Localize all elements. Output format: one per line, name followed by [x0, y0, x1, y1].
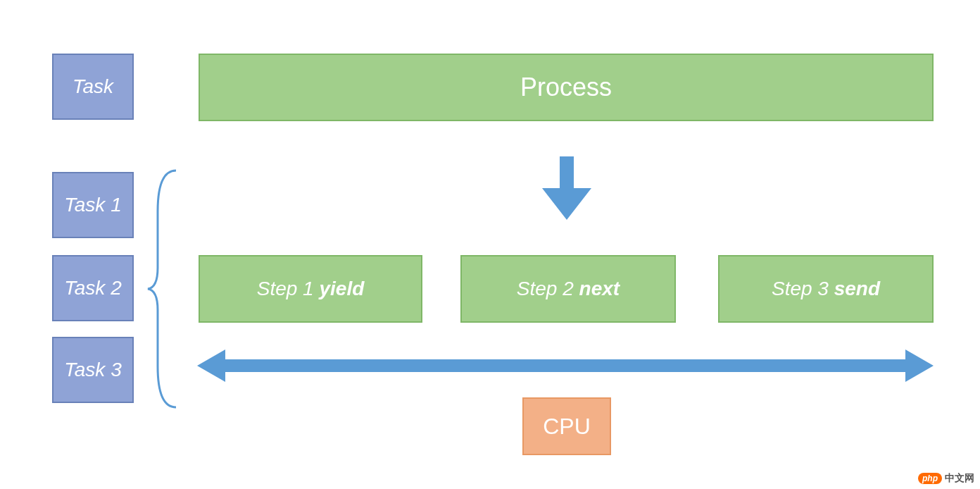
diagram-canvas: Task Process Task 1 Task 2 Task 3 Step 1…	[0, 0, 980, 489]
cpu-box: CPU	[522, 397, 611, 455]
step3-box: Step 3 send	[718, 255, 934, 323]
task1-box: Task 1	[52, 172, 134, 238]
step3-prefix: Step 3	[772, 278, 834, 299]
task-box: Task	[52, 54, 134, 120]
watermark-text: 中文网	[945, 472, 974, 485]
watermark: php 中文网	[918, 472, 974, 485]
step2-prefix: Step 2	[517, 278, 579, 299]
cpu-label: CPU	[543, 414, 591, 440]
curly-brace-icon	[145, 169, 182, 409]
step2-box: Step 2 next	[460, 255, 676, 323]
step1-box: Step 1 yield	[199, 255, 422, 323]
task3-box: Task 3	[52, 337, 134, 403]
task1-label: Task 1	[64, 194, 121, 216]
step1-prefix: Step 1	[257, 278, 320, 299]
step1-keyword: yield	[319, 278, 364, 299]
step3-keyword: send	[834, 278, 880, 299]
process-box: Process	[199, 54, 934, 121]
double-arrow-icon	[197, 349, 934, 382]
down-arrow-icon	[542, 156, 591, 220]
step1-label: Step 1 yield	[257, 278, 365, 300]
task2-box: Task 2	[52, 255, 134, 321]
task-label: Task	[73, 75, 113, 98]
task3-label: Task 3	[64, 359, 121, 381]
step2-label: Step 2 next	[517, 278, 620, 300]
process-label: Process	[520, 73, 612, 102]
step2-keyword: next	[579, 278, 620, 299]
watermark-badge: php	[918, 473, 942, 484]
step3-label: Step 3 send	[772, 278, 880, 300]
task2-label: Task 2	[64, 277, 121, 299]
